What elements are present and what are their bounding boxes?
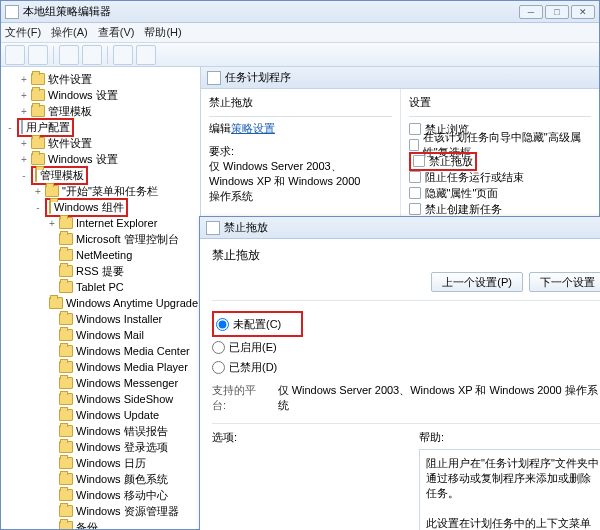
setting-label: 禁止拖放 <box>429 154 473 169</box>
tree-item[interactable]: Windows Anytime Upgrade <box>3 295 198 311</box>
expand-icon[interactable]: + <box>31 186 45 197</box>
expand-icon[interactable]: + <box>45 218 59 229</box>
tree-label: 管理模板 <box>48 104 92 119</box>
collapse-icon[interactable]: - <box>3 122 17 133</box>
tree-label: Windows Anytime Upgrade <box>66 297 198 309</box>
radio-enabled[interactable] <box>212 341 225 354</box>
folder-icon <box>59 233 73 245</box>
folder-icon <box>59 457 73 469</box>
prev-setting-button[interactable]: 上一个设置(P) <box>431 272 523 292</box>
folder-icon <box>59 425 73 437</box>
expand-icon[interactable]: + <box>17 138 31 149</box>
radio-not-configured[interactable] <box>216 318 229 331</box>
tree-item[interactable]: Windows Media Player <box>3 359 198 375</box>
req-label: 要求: <box>209 144 392 159</box>
dialog-heading: 禁止拖放 <box>212 247 600 264</box>
tree-item[interactable]: NetMeeting <box>3 247 198 263</box>
expand-icon[interactable]: + <box>17 106 31 117</box>
tree-item[interactable]: Windows 登录选项 <box>3 439 198 455</box>
dialog: 禁止拖放 禁止拖放 上一个设置(P) 下一个设置 未配置(C) 已启用(E) 已… <box>199 216 600 530</box>
tree-item[interactable]: Microsoft 管理控制台 <box>3 231 198 247</box>
tree-item[interactable]: Windows 颜色系统 <box>3 471 198 487</box>
folder-icon <box>31 105 45 117</box>
collapse-icon[interactable]: - <box>17 170 31 181</box>
tree-item[interactable]: -Windows 组件 <box>3 199 198 215</box>
tree-label: Windows Media Center <box>76 345 190 357</box>
folder-icon <box>59 249 73 261</box>
header-icon <box>207 71 221 85</box>
tree-item[interactable]: Windows Installer <box>3 311 198 327</box>
folder-icon <box>59 361 73 373</box>
tree-item[interactable]: RSS 提要 <box>3 263 198 279</box>
menu-view[interactable]: 查看(V) <box>98 25 135 40</box>
dialog-titlebar: 禁止拖放 <box>200 217 600 239</box>
window-title: 本地组策略编辑器 <box>23 4 111 19</box>
maximize-button[interactable]: □ <box>545 5 569 19</box>
tree-label: Windows 颜色系统 <box>76 472 168 487</box>
tree-item[interactable]: -管理模板 <box>3 167 198 183</box>
radio-disabled[interactable] <box>212 361 225 374</box>
menu-file[interactable]: 文件(F) <box>5 25 41 40</box>
tree-item[interactable]: Windows Mail <box>3 327 198 343</box>
tree-item[interactable]: -用户配置 <box>3 119 198 135</box>
folder-icon <box>59 345 73 357</box>
close-button[interactable]: ✕ <box>571 5 595 19</box>
tree-item[interactable]: Tablet PC <box>3 279 198 295</box>
content-title: 任务计划程序 <box>225 70 291 85</box>
tree-item[interactable]: +Internet Explorer <box>3 215 198 231</box>
folder-icon <box>31 137 45 149</box>
setting-row[interactable]: 禁止创建新任务 <box>409 201 592 217</box>
setting-icon <box>409 187 421 199</box>
expand-icon[interactable]: + <box>17 154 31 165</box>
collapse-icon[interactable]: - <box>31 202 45 213</box>
tree-item[interactable]: +Windows 设置 <box>3 87 198 103</box>
folder-icon <box>59 473 73 485</box>
highlight-not-configured: 未配置(C) <box>212 311 303 337</box>
setting-label: 隐藏"属性"页面 <box>425 186 499 201</box>
tree-label: Windows 日历 <box>76 456 146 471</box>
folder-icon <box>45 185 59 197</box>
tree-item[interactable]: Windows Media Center <box>3 343 198 359</box>
expand-icon[interactable]: + <box>17 74 31 85</box>
next-setting-button[interactable]: 下一个设置 <box>529 272 600 292</box>
tree-item[interactable]: Windows 错误报告 <box>3 423 198 439</box>
menu-help[interactable]: 帮助(H) <box>144 25 181 40</box>
tree-item[interactable]: +软件设置 <box>3 71 198 87</box>
nav-tree[interactable]: +软件设置+Windows 设置+管理模板-用户配置+软件设置+Windows … <box>1 67 201 529</box>
folder-icon <box>59 409 73 421</box>
tree-item[interactable]: Windows SideShow <box>3 391 198 407</box>
label-not-configured: 未配置(C) <box>233 317 281 332</box>
tree-item[interactable]: 备份 <box>3 519 198 529</box>
setting-row[interactable]: 阻止任务运行或结束 <box>409 169 592 185</box>
forward-button[interactable] <box>28 45 48 65</box>
tree-label: Internet Explorer <box>76 217 157 229</box>
setting-label: 阻止任务运行或结束 <box>425 170 524 185</box>
tree-item[interactable]: +软件设置 <box>3 135 198 151</box>
toolbar-btn-3[interactable] <box>59 45 79 65</box>
tree-item[interactable]: Windows 日历 <box>3 455 198 471</box>
toolbar-btn-5[interactable] <box>113 45 133 65</box>
tree-label: "开始"菜单和任务栏 <box>62 184 158 199</box>
tree-label: Tablet PC <box>76 281 124 293</box>
tree-label: Windows 登录选项 <box>76 440 168 455</box>
tree-item[interactable]: Windows 移动中心 <box>3 487 198 503</box>
setting-row[interactable]: 隐藏"属性"页面 <box>409 185 592 201</box>
tree-item[interactable]: Windows Update <box>3 407 198 423</box>
toolbar-btn-4[interactable] <box>82 45 102 65</box>
tree-item[interactable]: +Windows 设置 <box>3 151 198 167</box>
setting-icon <box>409 123 421 135</box>
tree-item[interactable]: Windows 资源管理器 <box>3 503 198 519</box>
minimize-button[interactable]: ─ <box>519 5 543 19</box>
link-policy-setting[interactable]: 策略设置 <box>231 122 275 134</box>
back-button[interactable] <box>5 45 25 65</box>
tree-item[interactable]: Windows Messenger <box>3 375 198 391</box>
expand-icon[interactable]: + <box>17 90 31 101</box>
tree-item[interactable]: +管理模板 <box>3 103 198 119</box>
folder-icon <box>59 281 73 293</box>
filter-button[interactable] <box>136 45 156 65</box>
folder-icon <box>31 73 45 85</box>
label-disabled: 已禁用(D) <box>229 360 277 375</box>
tree-label: 软件设置 <box>48 136 92 151</box>
menu-action[interactable]: 操作(A) <box>51 25 88 40</box>
settings-label: 设置 <box>409 95 592 110</box>
